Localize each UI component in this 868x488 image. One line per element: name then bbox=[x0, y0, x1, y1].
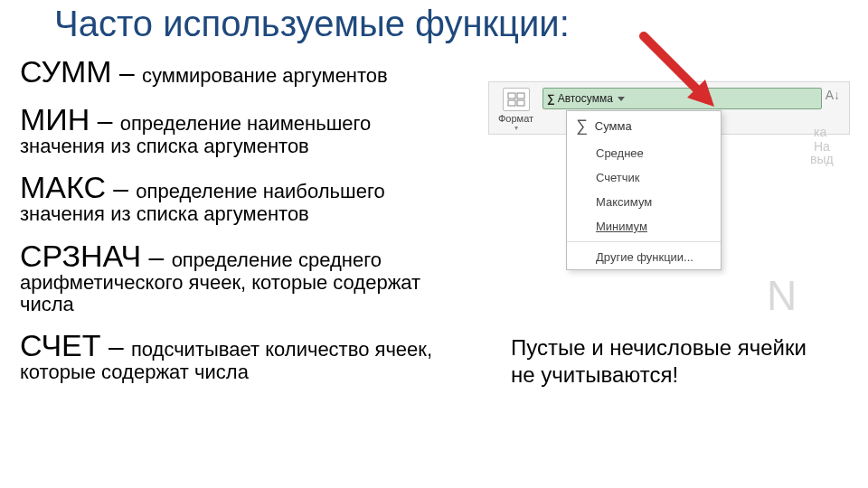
menu-item-more[interactable]: Другие функции... bbox=[567, 245, 721, 269]
func-max: МАКС – определение наибольшего значения … bbox=[20, 170, 472, 225]
format-icon bbox=[503, 88, 530, 111]
function-list: СУММ – суммирование аргументов МИН – опр… bbox=[20, 51, 472, 396]
func-sum: СУММ – суммирование аргументов bbox=[20, 54, 472, 89]
menu-separator bbox=[567, 241, 721, 242]
cropped-text: выд bbox=[810, 152, 834, 166]
column-letter: N bbox=[767, 271, 797, 320]
func-desc: подсчитывает количество ячеек, bbox=[131, 338, 432, 361]
func-name-min: МИН bbox=[20, 102, 90, 136]
func-name-avg: СРЗНАЧ bbox=[20, 239, 141, 273]
func-name-count: СЧЕТ bbox=[20, 328, 101, 362]
func-desc: суммирование аргументов bbox=[142, 64, 388, 87]
svg-rect-3 bbox=[517, 93, 524, 99]
svg-rect-2 bbox=[508, 93, 515, 99]
note-text: Пустые и нечисловые ячейки не учитываютс… bbox=[511, 334, 827, 389]
sigma-icon: ∑ bbox=[576, 117, 588, 136]
func-avg: СРЗНАЧ – определение среднего арифметиче… bbox=[20, 239, 472, 315]
func-count: СЧЕТ – подсчитывает количество ячеек, ко… bbox=[20, 328, 472, 383]
dash: – bbox=[101, 332, 131, 361]
func-name-max: МАКС bbox=[20, 170, 106, 204]
svg-rect-4 bbox=[508, 100, 515, 106]
dash: – bbox=[141, 242, 171, 272]
menu-item-average[interactable]: Среднее bbox=[567, 141, 721, 165]
format-button[interactable]: Формат ▾ bbox=[498, 88, 533, 132]
sort-hint: А↓ bbox=[826, 88, 840, 102]
cropped-text: ка bbox=[814, 125, 826, 139]
func-name-sum: СУММ bbox=[20, 54, 112, 89]
dash: – bbox=[106, 174, 136, 203]
slide-title: Часто используемые функции: bbox=[54, 4, 868, 44]
autosum-menu: ∑ Сумма Среднее Счетчик Максимум Минимум… bbox=[566, 110, 722, 270]
func-desc: определение наименьшего bbox=[120, 112, 372, 135]
dash: – bbox=[112, 58, 142, 88]
sort-icon: А↓ bbox=[826, 88, 840, 102]
menu-item-min[interactable]: Минимум bbox=[567, 214, 721, 239]
menu-head-label: Сумма bbox=[595, 119, 632, 133]
caret-icon bbox=[618, 97, 625, 101]
excel-screenshot: Формат ▾ ∑ Автосумма А↓ ∑ Сумма Среднее … bbox=[488, 81, 850, 135]
menu-head[interactable]: ∑ Сумма bbox=[567, 111, 721, 141]
sigma-icon: ∑ bbox=[547, 92, 555, 105]
func-cont: которые содержат числа bbox=[20, 361, 472, 383]
format-label: Формат bbox=[498, 113, 533, 124]
menu-item-max[interactable]: Максимум bbox=[567, 190, 721, 214]
dash: – bbox=[90, 106, 119, 136]
svg-rect-5 bbox=[517, 100, 524, 106]
menu-item-count[interactable]: Счетчик bbox=[567, 165, 721, 190]
func-cont: арифметического ячеек, которые содержат … bbox=[20, 272, 472, 315]
func-min: МИН – определение наименьшего значения и… bbox=[20, 102, 472, 157]
func-desc: определение наибольшего bbox=[136, 180, 384, 202]
func-cont: значения из списка аргументов bbox=[20, 203, 472, 225]
autosum-label: Автосумма bbox=[558, 92, 613, 105]
func-desc: определение среднего bbox=[172, 249, 382, 271]
func-cont: значения из списка аргументов bbox=[20, 136, 472, 157]
